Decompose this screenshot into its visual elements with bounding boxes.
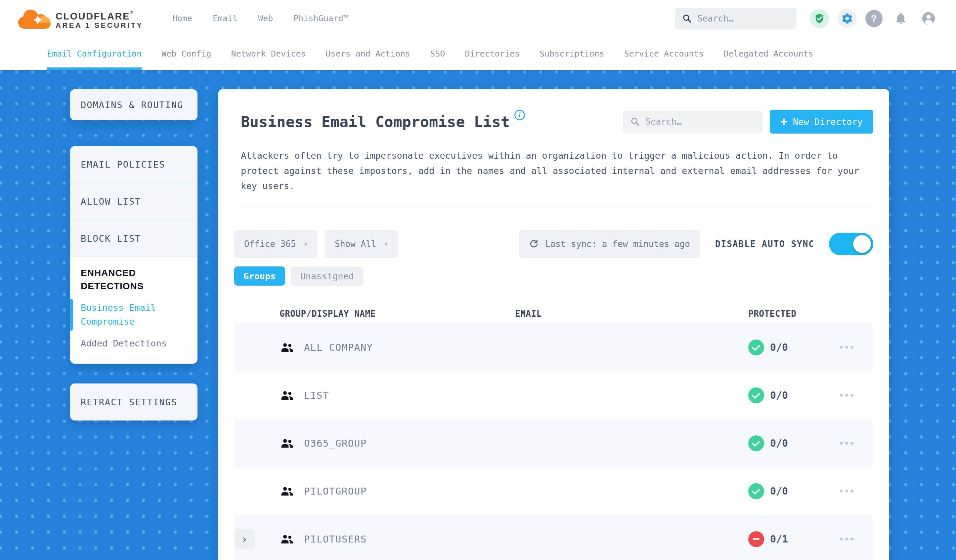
sidebar-item-enhanced-detections[interactable]: ENHANCED DETECTIONS	[81, 267, 187, 293]
nav-home[interactable]: Home	[172, 14, 192, 23]
global-search[interactable]	[675, 8, 797, 30]
tab-subscriptions[interactable]: Subscriptions	[539, 37, 604, 70]
help-glyph: ?	[871, 13, 877, 24]
top-nav: HomeEmailWebPhishGuard™	[172, 14, 348, 23]
nav-email[interactable]: Email	[213, 14, 237, 23]
config-tabbar: Email ConfigurationWeb ConfigNetwork Dev…	[0, 37, 956, 70]
sidebar-item-block-list[interactable]: BLOCK LIST	[70, 220, 198, 257]
table-body: › ALL COMPANY 0/0 › LIST 0/0	[234, 323, 873, 560]
main-card: Business Email Compromise List i + New D…	[219, 89, 889, 560]
column-header-group-display-name: GROUP/DISPLAY NAME	[280, 309, 515, 319]
divider	[234, 208, 873, 208]
tab-unassigned[interactable]: Unassigned	[291, 267, 363, 285]
column-header-email: EMAIL	[515, 309, 748, 319]
search-icon	[682, 14, 692, 24]
tab-directories[interactable]: Directories	[465, 37, 520, 70]
tab-email-configuration[interactable]: Email Configuration	[47, 37, 142, 70]
protected-count: 0/0	[770, 389, 788, 401]
header-actions: + New Directory	[623, 110, 873, 133]
table-row: › PILOTUSERS 0/1	[234, 515, 873, 560]
sync-controls: Office 365 ▾ Show All ▾ Last sync: a few…	[234, 230, 873, 258]
tab-users-and-actions[interactable]: Users and Actions	[325, 37, 410, 70]
row-actions-menu[interactable]	[840, 442, 854, 445]
cloudflare-logo[interactable]: CLOUDFLARE® AREA 1 SECURITY	[18, 7, 143, 30]
row-actions-menu[interactable]	[840, 346, 854, 349]
global-search-input[interactable]	[697, 14, 789, 24]
search-icon	[630, 117, 640, 127]
table-row: › ALL COMPANY 0/0	[234, 323, 873, 371]
group-people-icon	[280, 389, 294, 402]
tab-delegated-accounts[interactable]: Delegated Accounts	[723, 37, 813, 70]
chevron-down-icon: ▾	[384, 240, 388, 248]
cloudflare-cloud-icon	[18, 8, 51, 30]
brand-name: CLOUDFLARE	[55, 11, 130, 22]
new-directory-label: New Directory	[793, 117, 863, 127]
sidebar-item-email-policies[interactable]: EMAIL POLICIES	[70, 146, 198, 183]
sidebar-item-label: RETRACT SETTINGS	[81, 397, 177, 407]
sidebar: DOMAINS & ROUTING EMAIL POLICIES ALLOW L…	[70, 89, 198, 420]
group-people-icon	[280, 533, 294, 546]
protected-count: 0/1	[770, 533, 788, 545]
info-icon[interactable]: i	[514, 110, 525, 120]
card-header: Business Email Compromise List i + New D…	[234, 89, 873, 133]
group-name: PILOTGROUP	[304, 486, 367, 497]
workspace: DOMAINS & ROUTING EMAIL POLICIES ALLOW L…	[0, 70, 956, 560]
toggle-knob	[853, 235, 871, 253]
directory-type-value: Office 365	[244, 239, 296, 249]
table-row: › LIST 0/0	[234, 371, 873, 419]
protected-count: 0/0	[770, 438, 788, 449]
group-name: PILOTUSERS	[304, 533, 367, 545]
group-name: ALL COMPANY	[304, 342, 373, 353]
app-root: CLOUDFLARE® AREA 1 SECURITY HomeEmailWeb…	[0, 0, 956, 560]
new-directory-button[interactable]: + New Directory	[770, 110, 873, 133]
tab-sso[interactable]: SSO	[430, 37, 445, 70]
auto-sync-label: DISABLE AUTO SYNC	[715, 239, 814, 249]
last-sync-text: Last sync: a few minutes ago	[545, 239, 690, 249]
refresh-icon	[528, 239, 539, 249]
auto-sync-toggle[interactable]	[829, 233, 873, 255]
group-name: LIST	[304, 390, 329, 401]
group-people-icon	[280, 437, 294, 450]
directory-type-dropdown[interactable]: Office 365 ▾	[234, 230, 318, 258]
expand-row-button[interactable]: ›	[234, 529, 255, 549]
row-actions-menu[interactable]	[840, 538, 854, 541]
list-search-input[interactable]	[645, 117, 756, 127]
group-name: O365_GROUP	[304, 438, 367, 449]
list-search[interactable]	[623, 111, 763, 133]
table-row: › O365_GROUP 0/0	[234, 419, 873, 467]
help-icon[interactable]: ?	[865, 10, 882, 27]
page-title-text: Business Email Compromise List	[241, 113, 510, 130]
topbar-icons: ?	[810, 9, 938, 28]
sidebar-item-business-email-compromise[interactable]: Business Email Compromise	[81, 301, 187, 329]
row-actions-menu[interactable]	[840, 394, 854, 397]
tab-groups[interactable]: Groups	[234, 267, 285, 285]
protected-status-icon	[748, 339, 764, 355]
topbar-right: ?	[675, 8, 938, 30]
sidebar-item-domains-routing[interactable]: DOMAINS & ROUTING	[70, 89, 198, 120]
tab-service-accounts[interactable]: Service Accounts	[624, 37, 704, 70]
tab-network-devices[interactable]: Network Devices	[231, 37, 306, 70]
nav-web[interactable]: Web	[258, 14, 273, 23]
sidebar-item-retract-settings[interactable]: RETRACT SETTINGS	[70, 383, 198, 420]
page-title: Business Email Compromise List i	[234, 113, 525, 130]
group-people-icon	[280, 341, 294, 354]
protected-status-icon	[748, 387, 764, 403]
show-filter-dropdown[interactable]: Show All ▾	[325, 230, 398, 258]
config-tabs: Email ConfigurationWeb ConfigNetwork Dev…	[47, 37, 956, 70]
row-actions-menu[interactable]	[840, 489, 854, 493]
settings-gear-icon[interactable]	[838, 9, 857, 28]
groups-table: GROUP/DISPLAY NAME EMAIL PROTECTED › ALL…	[234, 304, 873, 560]
sidebar-item-added-detections[interactable]: Added Detections	[81, 337, 187, 350]
protected-status-icon	[748, 531, 764, 547]
nav-phishguard[interactable]: PhishGuard™	[293, 14, 348, 23]
protected-status-icon	[748, 435, 764, 451]
sidebar-menu-card: EMAIL POLICIES ALLOW LIST BLOCK LIST ENH…	[70, 146, 198, 364]
sidebar-item-allow-list[interactable]: ALLOW LIST	[70, 183, 198, 220]
chevron-right-icon: ›	[241, 533, 247, 546]
tab-web-config[interactable]: Web Config	[162, 37, 211, 70]
show-filter-value: Show All	[335, 239, 376, 249]
user-avatar-icon[interactable]	[919, 9, 938, 28]
notifications-bell-icon[interactable]	[891, 9, 910, 28]
last-sync-status[interactable]: Last sync: a few minutes ago	[519, 230, 700, 258]
security-shield-icon[interactable]	[810, 9, 829, 28]
